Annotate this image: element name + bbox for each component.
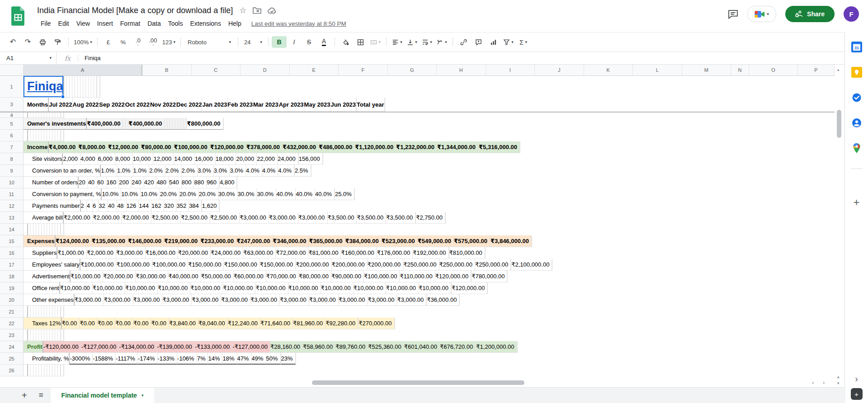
cell-M7[interactable]: ₹1,344,000.00: [437, 141, 478, 153]
cell-J22[interactable]: ₹12,240.00: [228, 318, 260, 329]
cell-O22[interactable]: ₹270,000.00: [359, 318, 394, 329]
cell-E8[interactable]: 8,000: [115, 153, 133, 165]
cell-B20[interactable]: ₹3,000.00: [75, 294, 104, 306]
cell-C24[interactable]: -₹127,000.00: [81, 341, 119, 353]
name-box[interactable]: A1 ▾: [0, 55, 56, 61]
cell-K19[interactable]: ₹10,000.00: [354, 282, 386, 294]
cell-K13[interactable]: ₹3,500.00: [328, 212, 357, 224]
column-header-A[interactable]: A: [24, 65, 142, 76]
cell-I19[interactable]: ₹10,000.00: [288, 282, 321, 294]
cell-F22[interactable]: ₹0.00: [133, 318, 151, 329]
menu-file[interactable]: File: [37, 19, 55, 28]
cell-F19[interactable]: ₹10,000.00: [190, 282, 223, 294]
cell-C10[interactable]: 40: [88, 177, 97, 188]
avatar[interactable]: F: [844, 6, 859, 22]
cell-H3[interactable]: Jan 2023: [202, 98, 227, 112]
cell-A12[interactable]: Payments number: [24, 200, 81, 212]
cell-M17[interactable]: ₹250,000.00: [475, 259, 511, 271]
cell-I24[interactable]: ₹58,960.00: [303, 341, 335, 353]
cell-O24[interactable]: ₹1,200,000.00: [476, 341, 517, 353]
cell-P5[interactable]: [223, 118, 224, 130]
cell-A20[interactable]: Other expenses: [24, 294, 75, 306]
menu-format[interactable]: Format: [117, 19, 144, 28]
horizontal-scrollbar[interactable]: ‹ ›: [0, 379, 835, 387]
cell-H15[interactable]: ₹346,000.00: [273, 235, 309, 247]
cell-F8[interactable]: 10,000: [133, 153, 154, 165]
cell-H25[interactable]: 7%: [197, 353, 208, 365]
cell-D3[interactable]: Sep 2022: [99, 98, 125, 112]
cell-C13[interactable]: ₹2,000.00: [93, 212, 123, 224]
cell-D8[interactable]: 6,000: [98, 153, 116, 165]
cell-J3[interactable]: Mar 2023: [253, 98, 279, 112]
cell-I22[interactable]: ₹8,040.00: [198, 318, 228, 329]
cell-E9[interactable]: 2.0%: [149, 165, 165, 177]
last-edit-link[interactable]: Last edit was yesterday at 8:50 PM: [251, 20, 346, 27]
cell-H7[interactable]: ₹378,000.00: [246, 141, 283, 153]
row-header-9[interactable]: 9: [0, 165, 24, 177]
cell-L8[interactable]: 22,000: [257, 153, 278, 165]
cell-B12[interactable]: 2: [81, 200, 87, 212]
cell-K18[interactable]: ₹100,000.00: [364, 271, 400, 282]
row-header-10[interactable]: 10: [0, 177, 24, 188]
cell-D25[interactable]: -1117%: [116, 353, 138, 365]
cell-P17[interactable]: [552, 259, 552, 271]
cell-K25[interactable]: 47%: [237, 353, 252, 365]
cell-A22[interactable]: Taxes 12%: [24, 318, 62, 329]
cell-O3[interactable]: Total year: [357, 98, 384, 112]
cell-E10[interactable]: 160: [107, 177, 119, 188]
cell-B24[interactable]: -₹120,000.00: [43, 341, 81, 353]
cell-G15[interactable]: ₹247,000.00: [236, 235, 273, 247]
scroll-down-icon[interactable]: ▾: [837, 381, 840, 385]
cell-C16[interactable]: ₹2,000.00: [87, 247, 116, 259]
move-folder-icon[interactable]: [253, 7, 261, 14]
cell-P14[interactable]: [64, 224, 64, 235]
menu-tools[interactable]: Tools: [165, 19, 187, 28]
row-header-4[interactable]: 4: [0, 112, 24, 118]
cell-L22[interactable]: ₹81,960.00: [293, 318, 326, 329]
cell-K24[interactable]: ₹525,360.00: [368, 341, 404, 353]
cell-D11[interactable]: 10.0%: [141, 188, 160, 200]
menu-extensions[interactable]: Extensions: [186, 19, 224, 28]
cell-A25[interactable]: Profitability, %: [24, 353, 70, 365]
row-header-17[interactable]: 17: [0, 259, 24, 271]
cell-M16[interactable]: ₹192,000.00: [413, 247, 448, 259]
cell-H10[interactable]: 420: [144, 177, 157, 188]
google-tasks-icon[interactable]: [851, 92, 863, 103]
cell-J16[interactable]: ₹81,000.00: [308, 247, 341, 259]
cell-B19[interactable]: ₹10,000.00: [60, 282, 93, 294]
cell-H18[interactable]: ₹70,000.00: [266, 271, 299, 282]
cell-M25[interactable]: 50%: [266, 353, 281, 365]
row-header-14[interactable]: 14: [0, 224, 24, 235]
cell-G7[interactable]: ₹120,000.00: [210, 141, 246, 153]
add-sheet-icon[interactable]: +: [22, 390, 27, 401]
cell-L25[interactable]: 49%: [252, 353, 266, 365]
cell-L19[interactable]: ₹10,000.00: [386, 282, 419, 294]
cell-D22[interactable]: ₹0.00: [98, 318, 116, 329]
cell-A7[interactable]: Income: [24, 141, 49, 153]
column-header-F[interactable]: F: [339, 65, 388, 76]
cell-A8[interactable]: Site visitors: [24, 153, 63, 165]
cell-G9[interactable]: 2.0%: [182, 165, 198, 177]
cell-E11[interactable]: 20.0%: [160, 188, 179, 200]
cell-G25[interactable]: -106%: [177, 353, 197, 365]
cell-K15[interactable]: ₹523,000.00: [382, 235, 418, 247]
cell-A24[interactable]: Profit: [24, 341, 43, 353]
horizontal-scrollbar-thumb[interactable]: [312, 380, 524, 385]
fill-color-button[interactable]: [338, 36, 353, 48]
column-header-B[interactable]: B: [142, 65, 192, 76]
column-header-K[interactable]: K: [584, 65, 633, 76]
cell-F15[interactable]: ₹233,000.00: [200, 235, 236, 247]
scroll-up-icon[interactable]: ▴: [837, 375, 840, 379]
cell-F10[interactable]: 200: [119, 177, 132, 188]
cell-H11[interactable]: 30.0%: [218, 188, 238, 200]
cell-P1[interactable]: [100, 76, 100, 98]
row-header-11[interactable]: 11: [0, 188, 24, 200]
cell-O7[interactable]: ₹5,316,000.00: [479, 141, 520, 153]
cell-C20[interactable]: ₹3,000.00: [104, 294, 133, 306]
cell-C12[interactable]: 4: [87, 200, 93, 212]
italic-button[interactable]: I: [287, 36, 302, 48]
cell-P11[interactable]: [354, 188, 355, 200]
cell-A11[interactable]: Conversion to payment, %: [24, 188, 102, 200]
row-header-21[interactable]: 21: [0, 306, 24, 318]
cell-K7[interactable]: ₹1,120,000.00: [355, 141, 396, 153]
